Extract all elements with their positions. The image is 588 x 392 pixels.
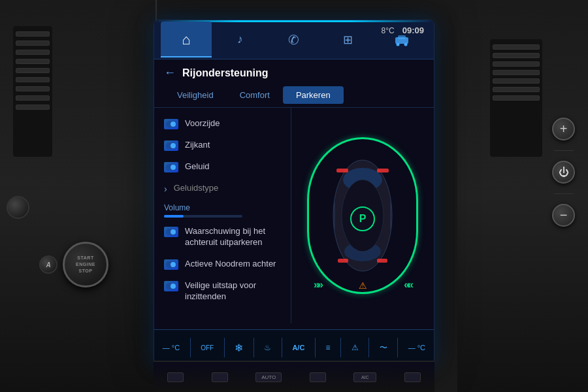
bottom-temp-right[interactable]: — °C	[408, 344, 425, 351]
svg-point-13	[171, 262, 176, 267]
toggle-icon-uitstap	[164, 281, 178, 291]
nav-tab-home[interactable]: ⌂	[161, 22, 212, 57]
bottom-heat[interactable]: ≡	[325, 343, 330, 352]
arrow-icon-geluidstype: ›	[164, 183, 167, 195]
menu-item-waarschuwing[interactable]: Waarschuwing bij het achteruit uitparker…	[154, 221, 291, 253]
menu-label-uitstap: Veilige uitstap voor inzittenden	[185, 280, 281, 302]
toggle-icon-waarschuwing	[164, 227, 178, 237]
svg-point-5	[171, 122, 176, 127]
warning-center: ⚠	[359, 280, 367, 291]
svg-point-9	[171, 165, 176, 170]
sep3	[253, 338, 254, 357]
start-engine-button[interactable]: STARTENGINESTOP	[63, 242, 108, 287]
volume-section: Volume	[154, 200, 291, 221]
menu-item-uitstap[interactable]: Veilige uitstap voor inzittenden	[154, 275, 291, 308]
bottom-seat[interactable]: ♨	[264, 343, 271, 352]
vent-left	[13, 26, 52, 157]
back-button[interactable]: ←	[164, 66, 176, 80]
arrows-right: ««	[404, 279, 412, 291]
menu-item-geluidstype[interactable]: › Geluidstype	[154, 178, 291, 200]
tab-comfort[interactable]: Comfort	[227, 86, 283, 104]
menu-label-noodrem: Actieve Noodrem achter	[185, 259, 281, 270]
svg-rect-1	[398, 35, 406, 39]
power-button[interactable]: ⏻	[552, 161, 575, 184]
volume-bar-bg	[164, 215, 242, 218]
phys-btn-2[interactable]	[212, 372, 228, 382]
menu-item-geluid[interactable]: Geluid	[154, 156, 291, 178]
aic-btn[interactable]: AIC	[353, 372, 376, 382]
start-stop-area: A STARTENGINESTOP	[39, 242, 108, 287]
bottom-air[interactable]: 〜	[380, 342, 387, 353]
menu-item-voorzijde[interactable]: Voorzijde	[154, 113, 291, 135]
nav-tab-media[interactable]: ♪	[215, 22, 266, 57]
a-button[interactable]: A	[39, 255, 57, 274]
svg-point-15	[171, 284, 176, 289]
divider2	[554, 193, 574, 194]
sep2	[224, 338, 225, 357]
menu-label-geluid: Geluid	[185, 161, 281, 172]
sub-tabs: Veiligheid Comfort Parkeren	[154, 83, 434, 108]
vent-right	[490, 39, 542, 157]
main-screen: 8°C 09:09 ⌂ ♪ ✆ ⊞ ← Rijondersteuning	[154, 20, 434, 366]
toggle-icon-voorzijde	[164, 119, 178, 129]
car-visual: P »» ⚠ ««	[291, 108, 434, 323]
physical-bottom-strip: AUTO AIC	[154, 361, 434, 392]
right-panel: + ⏻ −	[457, 0, 588, 392]
phys-btn-1[interactable]	[167, 372, 184, 382]
phys-btn-3[interactable]	[310, 372, 326, 382]
svg-point-11	[171, 229, 176, 235]
menu-label-waarschuwing: Waarschuwing bij het achteruit uitparker…	[185, 226, 281, 248]
minus-button[interactable]: −	[552, 204, 575, 227]
bottom-ac[interactable]: A/C	[292, 344, 304, 351]
knob-small[interactable]	[7, 196, 29, 219]
phys-btn-4[interactable]	[404, 372, 421, 382]
content-header: ← Rijondersteuning	[154, 59, 434, 83]
menu-label-voorzijde: Voorzijde	[185, 118, 281, 129]
svg-point-2	[397, 42, 400, 46]
bottom-fan[interactable]: ❄	[235, 342, 243, 354]
dashboard: A STARTENGINESTOP + ⏻ −	[0, 0, 588, 392]
left-panel: A STARTENGINESTOP	[0, 0, 157, 392]
sep5	[315, 338, 316, 357]
nav-bar: 8°C 09:09 ⌂ ♪ ✆ ⊞	[154, 20, 434, 59]
tab-parkeren[interactable]: Parkeren	[283, 86, 344, 104]
svg-point-3	[404, 42, 408, 46]
toggle-icon-zijkant	[164, 140, 178, 151]
car-oval	[307, 137, 418, 294]
svg-point-7	[171, 143, 176, 148]
right-controls: + ⏻ −	[552, 118, 575, 227]
bottom-defrost[interactable]: ⚠	[351, 343, 359, 352]
volume-label: Volume	[164, 203, 281, 212]
content-area: ← Rijondersteuning Veiligheid Comfort Pa…	[154, 59, 434, 329]
nav-tab-car[interactable]	[376, 22, 427, 57]
content-split: Voorzijde Zijkant Geluid	[154, 108, 434, 323]
arrows-left: »»	[314, 279, 321, 291]
tab-veiligheid[interactable]: Veiligheid	[164, 86, 227, 104]
bottom-temp-left[interactable]: — °C	[163, 344, 180, 351]
auto-btn[interactable]: AUTO	[255, 372, 282, 382]
menu-label-geluidstype: Geluidstype	[174, 183, 281, 194]
sep6	[340, 338, 341, 357]
sep1	[190, 338, 191, 357]
menu-item-zijkant[interactable]: Zijkant	[154, 135, 291, 156]
sep4	[282, 338, 282, 357]
plus-button[interactable]: +	[552, 118, 575, 140]
nav-tab-apps[interactable]: ⊞	[323, 22, 374, 57]
menu-item-noodrem[interactable]: Actieve Noodrem achter	[154, 253, 291, 275]
toggle-icon-geluid	[164, 162, 178, 172]
bottom-bar: — °C OFF ❄ ♨ A/C ≡ ⚠	[154, 329, 434, 365]
sep8	[397, 338, 398, 357]
volume-bar-fill	[164, 215, 184, 218]
divider	[554, 150, 574, 151]
page-title: Rijondersteuning	[182, 67, 269, 79]
sep7	[368, 338, 369, 357]
menu-label-zijkant: Zijkant	[185, 140, 281, 151]
knob-area	[7, 196, 29, 219]
menu-list: Voorzijde Zijkant Geluid	[154, 108, 291, 323]
nav-tab-phone[interactable]: ✆	[269, 22, 319, 57]
toggle-icon-noodrem	[164, 259, 178, 270]
bottom-off[interactable]: OFF	[201, 344, 214, 351]
start-label: STARTENGINESTOP	[76, 255, 95, 274]
